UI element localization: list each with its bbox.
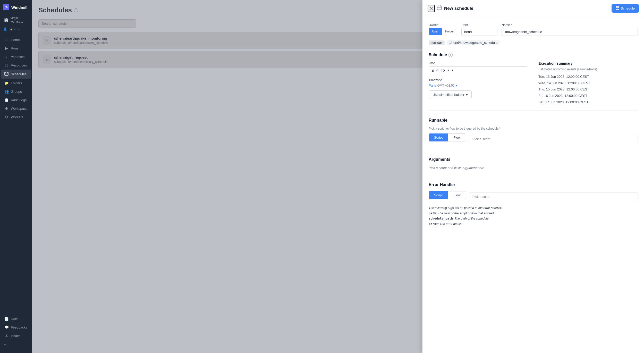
sidebar-item-groups[interactable]: 👥 Groups (1, 87, 31, 96)
execution-dates: Tue, 13 Jun 2023, 12:00:00 CESTWed, 14 J… (538, 74, 638, 105)
timezone-selector[interactable]: Paris GMT +01:00 ▾ (429, 83, 528, 87)
modal-overlay: ✕ New schedule Schedule (32, 0, 644, 353)
error-handler-tabs: Script Flow (429, 191, 466, 199)
sidebar-item-runs[interactable]: ▶ Runs (1, 44, 31, 52)
workspace-settings-icon: ⚙ (4, 106, 9, 111)
sidebar-item-label: Workers (11, 115, 23, 119)
runnable-flow-tab[interactable]: Flow (448, 133, 466, 141)
schedule-section-title: Schedule i (429, 51, 638, 57)
svg-rect-0 (5, 72, 8, 75)
simplified-btn-label: Use simplified builder (433, 93, 464, 97)
timezone-label: Timezone (429, 78, 528, 82)
owner-form-row: Owner User Folder User Name * (429, 23, 638, 36)
owner-group: Owner User Folder (429, 23, 457, 36)
error-handler-pick-input[interactable] (469, 192, 638, 201)
panel-body: Owner User Folder User Name * (422, 17, 644, 353)
path-arg: path (429, 212, 436, 215)
feedbacks-icon: 💬 (4, 325, 9, 329)
arguments-section: Pick a script and fill its argument here (429, 166, 638, 170)
panel-title-text: New schedule (444, 6, 473, 11)
execution-date: Sat, 17 Jun 2023, 12:00:00 CEST (538, 99, 638, 106)
workers-icon: ⚙ (4, 115, 9, 119)
required-marker: * (511, 23, 512, 27)
sidebar-item-schedules[interactable]: Schedules (1, 70, 31, 79)
close-button[interactable]: ✕ (428, 5, 435, 12)
error-handler-row: Script Flow (429, 191, 638, 202)
sidebar-item-docs[interactable]: 📄 Docs (1, 315, 31, 323)
timezone-offset: GMT +01:00 (437, 84, 455, 87)
sidebar-item-folders[interactable]: 📁 Folders (1, 79, 31, 87)
main-content: Schedules i u/henri/earthquake_monitorin… (32, 0, 644, 353)
sidebar-item-workspace[interactable]: 🏢 virgin-worksp... (1, 15, 31, 25)
full-path-row: Full path u/henri/knowledgeable_schedule (429, 40, 638, 45)
docs-icon: 📄 (4, 317, 9, 321)
name-label: Name * (502, 23, 638, 27)
sidebar-workspace-label: virgin-worksp... (11, 16, 28, 23)
sidebar-item-audit-logs[interactable]: 📋 Audit Logs (1, 96, 31, 104)
sidebar-item-issues[interactable]: ⚠ Issues (1, 332, 31, 340)
panel-header: ✕ New schedule Schedule (422, 0, 644, 17)
error-handler-flow-tab[interactable]: Flow (448, 191, 466, 199)
sidebar-item-label: Audit Logs (11, 98, 27, 102)
app-name: Windmill (11, 5, 27, 10)
runs-icon: ▶ (4, 46, 9, 50)
sidebar-user[interactable]: 👤 henri (0, 25, 32, 33)
sidebar-item-label: Workspace (11, 107, 28, 111)
execution-summary-subtitle: Estimated upcoming events (Europe/Paris) (538, 68, 638, 71)
resources-icon: ◎ (4, 63, 9, 67)
svg-rect-12 (616, 6, 619, 10)
variables-icon: ¤ (4, 55, 9, 59)
runnable-script-tab[interactable]: Script (429, 133, 448, 141)
arguments-section-title: Arguments (429, 155, 638, 162)
execution-summary-title: Execution summary (538, 61, 638, 65)
owner-toggle: User Folder (429, 28, 457, 35)
execution-date: Fri, 16 Jun 2023, 12:00:00 CEST (538, 93, 638, 99)
sidebar-item-feedbacks[interactable]: 💬 Feedbacks (1, 323, 31, 331)
sidebar-item-label: Feedbacks (11, 325, 27, 329)
owner-label: Owner (429, 23, 457, 27)
execution-date: Thu, 15 Jun 2023, 12:00:00 CEST (538, 86, 638, 93)
execution-date: Tue, 13 Jun 2023, 12:00:00 CEST (538, 74, 638, 80)
error-handler-description: The following args will be passed to the… (429, 205, 638, 226)
cron-label: Cron (429, 61, 528, 65)
sidebar-item-label: Resources (11, 63, 27, 67)
simplified-builder-button[interactable]: Use simplified builder ▾ (429, 90, 472, 99)
issues-icon: ⚠ (4, 334, 9, 338)
cron-input[interactable] (429, 66, 528, 75)
full-path-label: Full path (429, 40, 445, 45)
sidebar-item-resources[interactable]: ◎ Resources (1, 61, 31, 69)
schedule-path-arg: schedule_path (429, 217, 453, 220)
owner-user-button[interactable]: User (429, 28, 442, 35)
error-handler-script-tab[interactable]: Script (429, 191, 448, 199)
sidebar-item-home[interactable]: ⌂ Home (1, 36, 31, 44)
name-input[interactable] (502, 28, 638, 36)
sidebar-item-workspace[interactable]: ⚙ Workspace (1, 104, 31, 113)
panel-title: New schedule (437, 5, 473, 11)
sidebar-item-variables[interactable]: ¤ Variables (1, 53, 31, 61)
home-icon: ⌂ (4, 38, 9, 42)
workspace-icon: 🏢 (4, 18, 9, 22)
user-field-group: User (461, 23, 497, 36)
pick-script-input[interactable] (469, 135, 638, 143)
calendar-icon (437, 5, 442, 11)
schedule-submit-button[interactable]: Schedule (612, 4, 639, 13)
timezone-city: Paris (429, 83, 436, 87)
full-path-value: u/henri/knowledgeable_schedule (447, 40, 499, 45)
user-input[interactable] (461, 28, 497, 36)
runnable-section-title: Runnable (429, 116, 638, 123)
name-field-group: Name * (502, 23, 638, 36)
schedule-btn-icon (616, 6, 619, 11)
sidebar-logo: Windmill (0, 0, 32, 14)
arguments-description: Pick a script and fill its argument here (429, 166, 638, 170)
sidebar-item-label: Docs (11, 317, 19, 321)
sidebar-item-workers[interactable]: ⚙ Workers (1, 113, 31, 121)
back-icon: ← (3, 342, 7, 347)
audit-logs-icon: 📋 (4, 98, 9, 102)
sidebar-item-label: Schedules (11, 72, 27, 76)
owner-folder-button[interactable]: Folder (442, 28, 457, 35)
sidebar-item-label: Runs (11, 46, 19, 50)
schedule-info-icon: i (448, 53, 453, 57)
schedule-form-content: Cron Timezone Paris GMT +01:00 ▾ Use sim… (429, 61, 638, 105)
back-button[interactable]: ← (0, 340, 32, 349)
svg-rect-8 (437, 6, 441, 10)
